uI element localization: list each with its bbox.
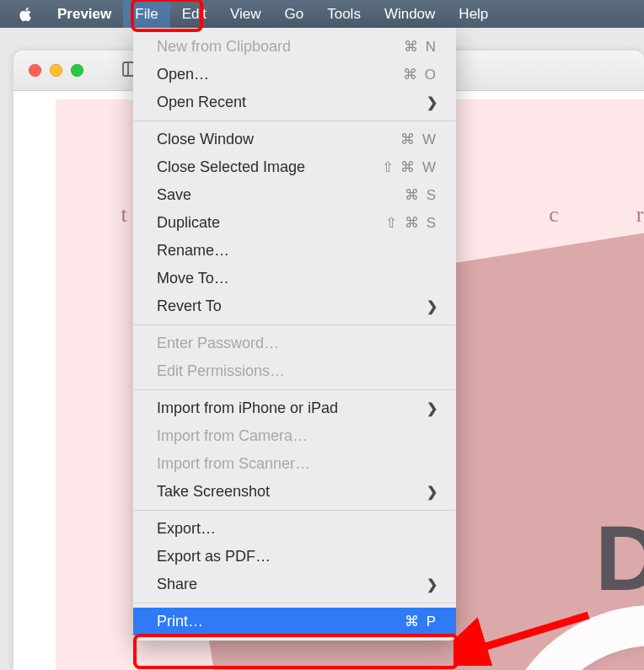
doc-letter: r <box>597 202 644 228</box>
menu-item-share[interactable]: Share❯ <box>133 571 456 598</box>
menu-item-label: Import from Camera… <box>157 427 308 445</box>
menu-item-label: Enter Password… <box>157 335 279 352</box>
menu-item-label: Close Window <box>157 131 254 148</box>
menubar-item-tools[interactable]: Tools <box>315 0 373 28</box>
menu-item-export-as-pdf[interactable]: Export as PDF… <box>133 543 456 571</box>
menu-item-rename[interactable]: Rename… <box>133 237 456 265</box>
doc-letter: c <box>511 202 597 228</box>
menubar: Preview File Edit View Go Tools Window H… <box>0 0 644 28</box>
menu-item-close-window[interactable]: Close Window⌘ W <box>133 126 456 153</box>
menu-item-label: Open Recent <box>157 94 246 111</box>
menu-separator <box>134 324 455 325</box>
menu-item-duplicate[interactable]: Duplicate⇧ ⌘ S <box>133 209 456 237</box>
chevron-right-icon: ❯ <box>427 400 437 416</box>
menu-separator <box>134 603 455 603</box>
window-minimize-button[interactable] <box>50 64 62 77</box>
menu-separator <box>134 389 455 390</box>
menu-item-revert-to[interactable]: Revert To❯ <box>133 292 456 320</box>
file-menu: New from Clipboard⌘ NOpen…⌘ OOpen Recent… <box>133 28 456 641</box>
menubar-item-go[interactable]: Go <box>273 0 316 28</box>
menu-item-label: Share <box>157 576 197 593</box>
menu-item-save[interactable]: Save⌘ S <box>133 181 456 209</box>
chevron-right-icon: ❯ <box>427 94 437 110</box>
menu-item-shortcut: ⌘ W <box>400 131 437 148</box>
menu-item-label: Edit Permissions… <box>157 362 285 380</box>
menu-item-edit-permissions: Edit Permissions… <box>133 357 456 385</box>
menu-separator <box>134 510 455 511</box>
menu-item-label: Save <box>157 186 191 204</box>
menu-item-label: Close Selected Image <box>157 158 305 176</box>
menu-item-export[interactable]: Export… <box>133 515 456 543</box>
menu-item-open-recent[interactable]: Open Recent❯ <box>133 88 456 116</box>
menubar-item-file[interactable]: File <box>123 0 169 28</box>
menu-item-shortcut: ⌘ P <box>405 613 437 630</box>
menu-item-shortcut: ⌘ S <box>405 186 437 204</box>
menu-item-shortcut: ⇧ ⌘ W <box>382 158 438 176</box>
menu-item-label: Duplicate <box>157 214 220 232</box>
chevron-right-icon: ❯ <box>427 298 437 314</box>
menu-item-import-from-iphone-or-ipad[interactable]: Import from iPhone or iPad❯ <box>133 394 456 422</box>
chevron-right-icon: ❯ <box>427 484 437 500</box>
menu-item-label: Export… <box>157 520 216 538</box>
menu-separator <box>134 121 455 121</box>
chevron-right-icon: ❯ <box>427 576 437 592</box>
menu-item-take-screenshot[interactable]: Take Screenshot❯ <box>133 478 456 506</box>
menu-item-new-from-clipboard: New from Clipboard⌘ N <box>133 33 456 61</box>
menu-item-shortcut: ⌘ N <box>404 38 437 56</box>
window-close-button[interactable] <box>29 64 41 77</box>
menu-item-label: Take Screenshot <box>157 483 270 501</box>
window-zoom-button[interactable] <box>71 64 83 77</box>
doc-big-text: Do <box>595 504 644 611</box>
menu-item-label: Import from iPhone or iPad <box>157 399 338 417</box>
menu-item-label: Export as PDF… <box>157 548 271 565</box>
menu-item-label: Revert To <box>157 297 222 315</box>
menubar-item-help[interactable]: Help <box>447 0 500 28</box>
menu-item-move-to[interactable]: Move To… <box>133 265 456 292</box>
menu-item-import-from-camera: Import from Camera… <box>133 422 456 450</box>
menu-item-label: New from Clipboard <box>157 38 291 56</box>
apple-logo-icon[interactable] <box>19 7 34 22</box>
menu-item-label: Rename… <box>157 242 229 260</box>
menu-item-label: Print… <box>157 613 203 630</box>
menubar-item-window[interactable]: Window <box>373 0 447 28</box>
menubar-item-edit[interactable]: Edit <box>170 0 218 28</box>
menu-item-open[interactable]: Open…⌘ O <box>133 61 456 88</box>
menubar-item-view[interactable]: View <box>218 0 273 28</box>
menu-item-import-from-scanner: Import from Scanner… <box>133 450 456 478</box>
menu-item-label: Move To… <box>157 270 229 287</box>
menu-item-label: Import from Scanner… <box>157 455 310 473</box>
menubar-app-name[interactable]: Preview <box>46 0 123 28</box>
menu-item-label: Open… <box>157 66 209 83</box>
menu-item-shortcut: ⇧ ⌘ S <box>385 214 437 232</box>
menu-item-print[interactable]: Print…⌘ P <box>133 608 456 635</box>
menu-item-enter-password: Enter Password… <box>133 330 456 357</box>
menu-item-close-selected-image[interactable]: Close Selected Image⇧ ⌘ W <box>133 153 456 181</box>
menu-item-shortcut: ⌘ O <box>403 66 437 83</box>
